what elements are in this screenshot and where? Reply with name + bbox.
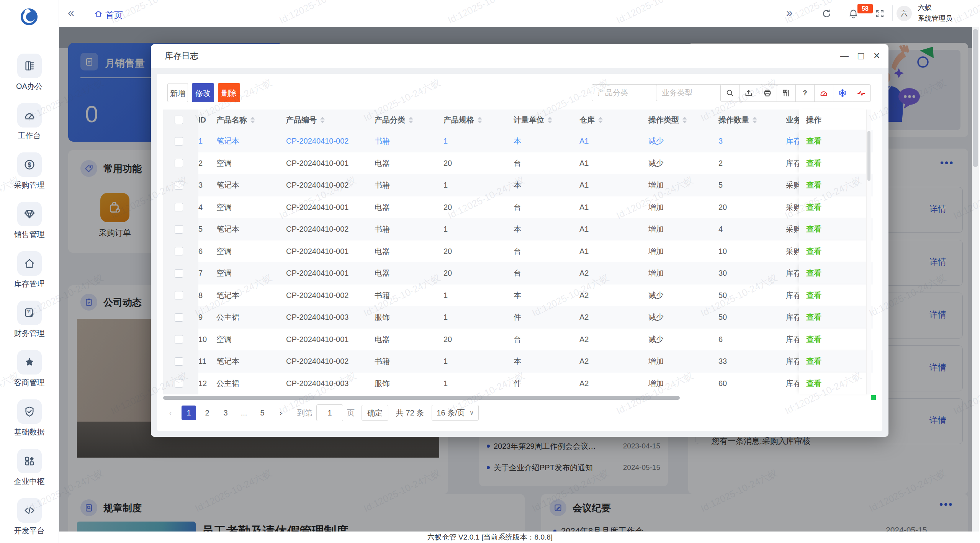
view-link[interactable]: 查看 (806, 291, 821, 299)
breadcrumb-tab-home[interactable]: 首页 (105, 9, 123, 21)
view-link[interactable]: 查看 (806, 203, 821, 211)
sort-icon[interactable] (250, 117, 255, 123)
sort-icon[interactable] (320, 117, 325, 123)
fullscreen-icon[interactable] (875, 9, 885, 18)
view-link[interactable]: 查看 (806, 159, 821, 167)
dashboard-icon[interactable] (815, 85, 833, 101)
table-row[interactable]: 2空调CP-20240410-001电器20台A1减少2库存查看 (163, 152, 870, 175)
view-link[interactable]: 查看 (806, 313, 821, 321)
column-header-2[interactable]: 产品名称 (216, 110, 286, 130)
row-checkbox[interactable] (175, 203, 183, 211)
table-row[interactable]: 6空调CP-20240410-001电器20台A1增加10采购查看 (163, 240, 870, 263)
column-header-3[interactable]: 产品编号 (286, 110, 375, 130)
page-size-select[interactable]: 16 条/页 ∨ (432, 405, 479, 421)
column-header-9[interactable]: 操作数量 (718, 110, 786, 130)
refresh-icon[interactable] (821, 8, 832, 19)
column-header-4[interactable]: 产品分类 (375, 110, 443, 130)
table-row[interactable]: 10空调CP-20240410-001电器20台A2减少6库存查看 (163, 329, 870, 351)
view-link[interactable]: 查看 (806, 335, 821, 343)
view-link[interactable]: 查看 (806, 357, 821, 365)
avatar[interactable]: 六 (897, 6, 912, 21)
table-row[interactable]: 7空调CP-20240410-001电器20台A2增加30库存查看 (163, 262, 870, 285)
close-icon[interactable]: ✕ (873, 44, 880, 68)
export-icon[interactable] (739, 85, 758, 101)
sidebar-item-1[interactable]: OA办公 (0, 54, 59, 92)
sort-icon[interactable] (598, 117, 603, 123)
row-checkbox[interactable] (175, 269, 183, 278)
sidebar-item-7[interactable]: 客商管理 (0, 350, 59, 388)
view-link[interactable]: 查看 (806, 269, 821, 277)
goto-confirm-button[interactable]: 确定 (362, 405, 388, 421)
sidebar-collapse-icon[interactable]: « (68, 6, 74, 19)
table-row[interactable]: 9公主裙CP-20240410-003服饰1件A2减少50库存查看 (163, 306, 870, 329)
minimize-icon[interactable]: — (840, 44, 849, 68)
sidebar-item-10[interactable]: 开发平台 (0, 498, 59, 536)
table-row[interactable]: 12公主裙CP-20240410-003服饰1件A2增加60库存查看 (163, 373, 870, 395)
table-row[interactable]: 3笔记本CP-20240410-002书籍1本A1增加5采购查看 (163, 174, 870, 196)
column-header-5[interactable]: 产品规格 (443, 110, 514, 130)
page-button-1[interactable]: 1 (182, 406, 196, 420)
row-checkbox[interactable] (175, 379, 183, 388)
menu-expand-icon[interactable]: » (786, 6, 793, 19)
print-icon[interactable] (758, 85, 777, 101)
sidebar-item-6[interactable]: ?财务管理 (0, 301, 59, 339)
sidebar-item-2[interactable]: 工作台 (0, 103, 59, 141)
sort-icon[interactable] (682, 117, 687, 123)
table-row[interactable]: 1笔记本CP-20240410-002书籍1本A1减少3库存查看 (163, 130, 870, 152)
table-vertical-scrollbar[interactable] (866, 110, 871, 394)
delete-button[interactable]: 删除 (218, 83, 240, 102)
app-logo[interactable] (20, 8, 38, 26)
product-category-filter-input[interactable] (592, 84, 658, 101)
business-type-filter-input[interactable] (656, 84, 723, 101)
sort-icon[interactable] (478, 117, 482, 123)
table-horizontal-scrollbar[interactable] (163, 396, 680, 400)
table-row[interactable]: 5笔记本CP-20240410-002书籍1本A1增加4采购查看 (163, 218, 870, 240)
page-button-2[interactable]: 2 (200, 406, 214, 420)
select-all-checkbox[interactable] (175, 116, 183, 124)
prev-page-icon[interactable]: ‹ (163, 406, 178, 420)
view-link[interactable]: 查看 (806, 379, 821, 388)
pulse-icon[interactable] (852, 85, 870, 101)
row-checkbox[interactable] (175, 291, 183, 299)
sidebar-item-9[interactable]: 企业中枢 (0, 449, 59, 487)
notification-bell-icon[interactable] (848, 8, 859, 19)
sort-icon[interactable] (548, 117, 552, 123)
columns-icon[interactable] (777, 85, 796, 101)
search-icon[interactable] (721, 85, 739, 101)
row-checkbox[interactable] (175, 335, 183, 343)
page-scrollbar[interactable] (972, 27, 979, 532)
help-icon[interactable]: ? (796, 85, 815, 101)
table-row[interactable]: 8笔记本CP-20240410-002书籍1本A2减少50库存查看 (163, 285, 870, 307)
column-header-6[interactable]: 计量单位 (514, 110, 579, 130)
sidebar-item-8[interactable]: 基础数据 (0, 399, 59, 437)
row-checkbox[interactable] (175, 225, 183, 234)
column-header-7[interactable]: 仓库 (579, 110, 648, 130)
row-checkbox[interactable] (175, 313, 183, 322)
goto-page-input[interactable] (316, 404, 343, 421)
column-header-8[interactable]: 操作类型 (648, 110, 718, 130)
row-checkbox[interactable] (175, 159, 183, 167)
view-link[interactable]: 查看 (806, 137, 821, 145)
page-button-5[interactable]: 5 (255, 406, 270, 420)
add-button[interactable]: 新增 (167, 83, 188, 102)
table-row[interactable]: 11笔记本CP-20240410-002书籍1本A2增加33库存查看 (163, 350, 870, 373)
next-page-icon[interactable]: › (273, 406, 288, 420)
row-checkbox[interactable] (175, 181, 183, 190)
row-checkbox[interactable] (175, 357, 183, 366)
maximize-icon[interactable]: □ (858, 44, 864, 68)
page-scrollbar-thumb[interactable] (973, 29, 978, 167)
freeze-icon[interactable] (833, 85, 852, 101)
sidebar-item-3[interactable]: $采购管理 (0, 152, 59, 190)
view-link[interactable]: 查看 (806, 181, 821, 189)
view-link[interactable]: 查看 (806, 225, 821, 233)
table-row[interactable]: 4空调CP-20240410-001电器20台A1增加20采购查看 (163, 196, 870, 219)
view-link[interactable]: 查看 (806, 247, 821, 255)
row-checkbox[interactable] (175, 247, 183, 255)
sort-icon[interactable] (409, 117, 413, 123)
sort-icon[interactable] (753, 117, 757, 123)
page-button-3[interactable]: 3 (218, 406, 233, 420)
sidebar-item-4[interactable]: 销售管理 (0, 202, 59, 240)
row-checkbox[interactable] (175, 137, 183, 146)
sidebar-item-5[interactable]: 库存管理 (0, 251, 59, 289)
edit-button[interactable]: 修改 (192, 83, 214, 102)
